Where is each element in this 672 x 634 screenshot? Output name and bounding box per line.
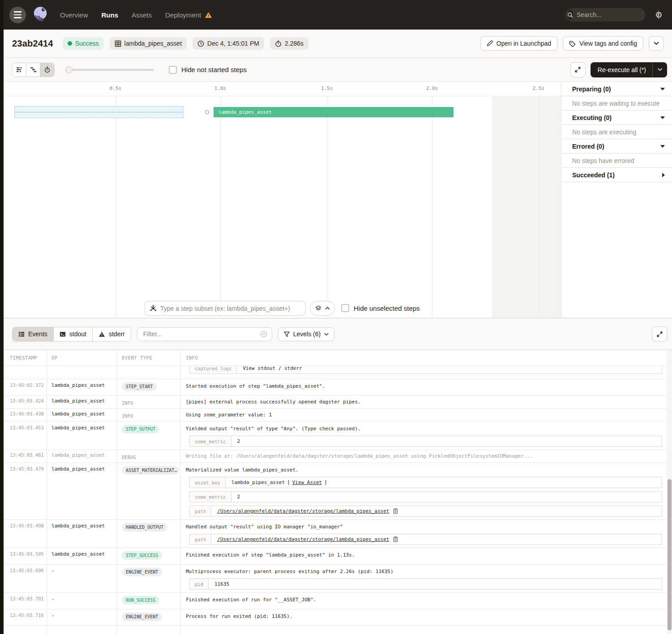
- event-row[interactable]: 13:45:03.424lambda_pipes_assetINFO[pipes…: [4, 396, 667, 409]
- metadata-entry: pid11635: [189, 578, 662, 590]
- gantt-toolbar: Hide not started steps Re-execute all (*…: [4, 58, 672, 82]
- status-badge: Success: [63, 37, 104, 50]
- step-subset-field[interactable]: [145, 301, 306, 316]
- step-section-header[interactable]: Executing (0): [561, 111, 672, 125]
- event-row[interactable]: [4, 626, 667, 634]
- view-tags-config-button[interactable]: View tags and config: [563, 36, 643, 51]
- event-timestamp: 13:45:03.453: [4, 422, 47, 450]
- event-type-badge: HANDLED_OUTPUT: [122, 523, 167, 531]
- open-in-launchpad-button[interactable]: Open in Launchpad: [480, 36, 557, 51]
- event-info: Finished execution of step "lambda_pipes…: [180, 548, 667, 564]
- event-type-badge: ASSET_MATERIALIZAT…: [122, 466, 179, 475]
- axis-tick-label: 0.5s: [110, 86, 122, 91]
- global-search[interactable]: /: [565, 8, 645, 21]
- step-subset-input[interactable]: [160, 305, 301, 312]
- dagster-logo-icon[interactable]: [31, 5, 49, 25]
- event-row[interactable]: 13:45:03.470lambda_pipes_assetASSET_MATE…: [4, 463, 667, 520]
- event-row[interactable]: 13:45:03.438lambda_pipes_assetINFOUsing …: [4, 409, 667, 422]
- chevron-down-icon: [654, 42, 659, 45]
- search-input[interactable]: [577, 11, 658, 18]
- clear-filter-icon[interactable]: [260, 330, 267, 338]
- event-type-cell: ENGINE_EVENT: [117, 609, 180, 625]
- event-row[interactable]: 13:45:02.372lambda_pipes_assetSTEP_START…: [4, 379, 667, 396]
- hide-not-started-checkbox[interactable]: [169, 66, 177, 74]
- hide-unselected-checkbox[interactable]: [341, 304, 349, 312]
- run-tag-pill[interactable]: Dec 4, 1:45:01 PM: [193, 37, 264, 50]
- event-type-badge: STEP_OUTPUT: [122, 425, 159, 433]
- metadata-path-link[interactable]: /Users/alangenfeld/data/dagster/storage/…: [217, 536, 389, 542]
- timed-view-button[interactable]: [40, 63, 54, 77]
- nav-item-overview[interactable]: Overview: [60, 11, 88, 19]
- zoom-slider[interactable]: [65, 66, 154, 73]
- tab-stderr[interactable]: stderr: [93, 327, 131, 341]
- event-row[interactable]: 13:45:03.461lambda_pipes_assetDEBUGWriti…: [4, 450, 667, 463]
- event-type-badge: ENGINE_EVENT: [122, 613, 162, 621]
- axis-tick-label: 1.0s: [214, 86, 227, 91]
- nav-item-runs[interactable]: Runs: [102, 11, 119, 19]
- gantt-fullscreen-button[interactable]: [570, 62, 586, 77]
- tab-Events[interactable]: Events: [13, 327, 54, 341]
- gantt-step-bar[interactable]: lambda_pipes_asset: [214, 107, 454, 117]
- event-row[interactable]: 13:45:03.505lambda_pipes_assetSTEP_SUCCE…: [4, 548, 667, 565]
- levels-dropdown[interactable]: Levels (6): [278, 327, 334, 341]
- event-timestamp: [4, 366, 47, 379]
- events-panel: Eventsstdoutstderr Levels (6) TIMESTAMPO…: [4, 318, 672, 634]
- event-row[interactable]: 13:45:03.701-RUN_SUCCESSFinished executi…: [4, 593, 667, 609]
- settings-gear-icon[interactable]: ⚙: [655, 11, 663, 19]
- event-row[interactable]: 13:45:03.453lambda_pipes_assetSTEP_OUTPU…: [4, 422, 667, 450]
- metadata-text: 11635: [214, 581, 229, 587]
- event-type-cell: INFO: [117, 396, 180, 408]
- event-op: lambda_pipes_asset: [47, 396, 117, 408]
- caret-down-icon: [660, 116, 665, 119]
- metadata-key: path: [190, 506, 211, 516]
- event-type-cell: [117, 366, 180, 379]
- zoom-slider-knob[interactable]: [65, 66, 73, 73]
- clipboard-icon[interactable]: [393, 536, 398, 542]
- reexecute-all-button[interactable]: Re-execute all (*): [591, 62, 667, 77]
- clipboard-icon[interactable]: [393, 508, 398, 514]
- event-row[interactable]: 13:45:03.716-ENGINE_EVENTProcess for run…: [4, 609, 667, 626]
- gantt-beyond-end-region: [492, 96, 561, 318]
- hamburger-menu-icon[interactable]: [9, 7, 26, 23]
- step-section-header[interactable]: Preparing (0): [561, 82, 672, 96]
- metadata-text: 2: [237, 494, 240, 500]
- event-timestamp: 13:45:02.372: [4, 379, 47, 395]
- events-scrollbar-thumb[interactable]: [668, 479, 672, 630]
- run-tag-pill[interactable]: 2.286s: [270, 37, 308, 50]
- nav-item-assets[interactable]: Assets: [132, 11, 152, 19]
- nav-item-deployment[interactable]: Deployment: [165, 11, 212, 19]
- tab-stdout[interactable]: stdout: [54, 327, 93, 341]
- nav-item-label: Overview: [60, 11, 88, 19]
- event-info: Multiprocess executor: parent process ex…: [180, 565, 667, 592]
- event-row[interactable]: captured_logsView stdout / stderr: [4, 366, 667, 379]
- flat-view-button[interactable]: [13, 63, 26, 77]
- nav-item-label: Runs: [102, 11, 119, 19]
- waterfall-view-button[interactable]: [26, 63, 40, 77]
- run-header-more-button[interactable]: [649, 36, 663, 51]
- events-fullscreen-button[interactable]: [652, 326, 667, 342]
- step-section-header[interactable]: Errored (0): [561, 139, 672, 154]
- event-type-cell: [117, 626, 180, 634]
- axis-gridline: [539, 96, 539, 318]
- axis-gridline: [327, 96, 327, 318]
- log-filter-field[interactable]: [137, 327, 272, 341]
- events-scrollbar[interactable]: [667, 350, 672, 634]
- zoom-slider-track[interactable]: [65, 69, 154, 71]
- event-message: Yielded output "result" of type "Any". (…: [186, 425, 662, 432]
- axis-tick-label: 1.5s: [321, 86, 333, 91]
- hide-unselected-toggle[interactable]: Hide unselected steps: [341, 304, 420, 312]
- run-tag-pill[interactable]: lambda_pipes_asset: [110, 37, 187, 50]
- event-row[interactable]: 13:45:03.696-ENGINE_EVENTMultiprocess ex…: [4, 565, 667, 593]
- step-section-header[interactable]: Succeeded (1): [561, 168, 672, 182]
- log-filter-input[interactable]: [143, 330, 260, 338]
- top-nav: OverviewRunsAssetsDeployment / ⚙: [4, 0, 672, 30]
- metadata-path-link[interactable]: /Users/alangenfeld/data/dagster/storage/…: [217, 508, 389, 514]
- hide-not-started-toggle[interactable]: Hide not started steps: [169, 66, 247, 74]
- reexecute-options-caret[interactable]: [653, 68, 667, 71]
- expand-icon: [656, 331, 663, 338]
- view-asset-link[interactable]: View Asset: [292, 480, 322, 485]
- graph-options-button[interactable]: [310, 301, 335, 316]
- nav-item-label: Deployment: [165, 11, 201, 19]
- event-row[interactable]: 13:45:03.498lambda_pipes_assetHANDLED_OU…: [4, 520, 667, 548]
- nav-right: / ⚙: [565, 8, 663, 21]
